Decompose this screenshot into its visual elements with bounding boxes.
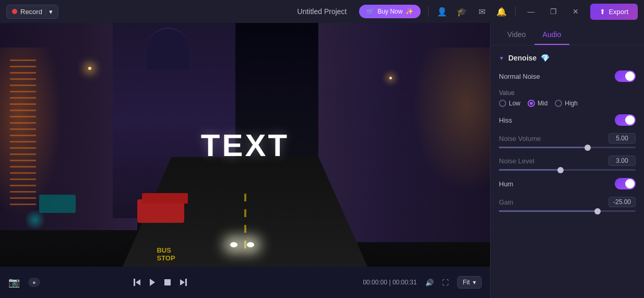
radio-high-circle [555,100,562,107]
title-bar: Record ▾ Untitled Project 🛒 Buy Now ✨ 👤 … [0,0,644,23]
noise-volume-header: Noise Volume 5.00 [499,133,636,144]
radio-low[interactable]: Low [499,100,520,107]
radio-mid-inner [530,102,533,105]
noise-volume-label: Noise Volume [499,135,541,142]
value-section: Value Low Mid High [499,89,636,107]
skip-back-icon [134,279,140,286]
gain-header: Gain -25.00 [499,197,636,207]
normal-noise-toggle[interactable] [615,70,636,82]
mail-icon[interactable]: ✉ [475,5,488,18]
denoise-section-header[interactable]: ▼ Denoise 💎 [499,54,636,62]
gain-fill [499,210,598,212]
radio-low-circle [499,100,506,107]
bus-top [142,193,188,204]
video-area: BUSSTOP TEXT 📷 ● [0,23,490,298]
hiss-row: Hiss [499,114,636,126]
video-container: BUSSTOP TEXT [0,23,490,267]
total-time: 00:00:31 [392,279,417,286]
panel-tabs: Video Audio [491,23,644,45]
video-preview: BUSSTOP TEXT [0,23,490,267]
title-bar-left: Record ▾ [6,5,58,19]
skip-fwd-icon [180,279,187,286]
hiss-label: Hiss [499,116,512,124]
section-arrow-icon: ▼ [499,55,504,61]
record-label: Record [20,8,42,16]
hum-toggle[interactable] [615,178,636,189]
skip-back-button[interactable] [132,277,142,288]
export-icon: ⬆ [600,8,605,16]
hum-label: Hum [499,180,513,188]
minimize-button[interactable]: — [523,5,539,18]
glow-right [412,47,490,194]
maximize-button[interactable]: ❐ [546,5,561,18]
headlight-right [247,242,254,247]
separator-1 [428,6,428,17]
radio-low-label: Low [509,100,520,107]
play-button[interactable] [148,277,157,288]
radio-mid[interactable]: Mid [528,100,547,107]
radio-high[interactable]: High [555,100,578,107]
value-label: Value [499,89,636,97]
scene: BUSSTOP TEXT [0,23,490,267]
hiss-toggle[interactable] [615,114,636,126]
main-content: BUSSTOP TEXT 📷 ● [0,23,644,298]
cart-icon: 🛒 [366,8,374,15]
separator-2 [515,6,516,17]
normal-noise-label: Normal Noise [499,73,540,80]
gain-label: Gain [499,198,513,206]
screenshot-button[interactable]: 📷 [8,277,20,288]
time-badge: ● [28,278,40,287]
sparkle-icon: ✨ [406,8,413,15]
radio-mid-circle [528,100,535,107]
noise-level-fill [499,169,560,171]
gain-row: Gain -25.00 [499,197,636,212]
buy-now-button[interactable]: 🛒 Buy Now ✨ [359,5,421,18]
gain-value[interactable]: -25.00 [609,197,636,207]
bell-icon[interactable]: 🔔 [495,5,508,18]
close-button[interactable]: ✕ [568,5,583,18]
user-icon[interactable]: 👤 [436,5,448,18]
skip-fwd-bar-icon [185,279,187,286]
play-icon [150,279,155,286]
normal-noise-knob [625,71,635,81]
noise-volume-track[interactable] [499,147,636,148]
fit-chevron-icon: ▾ [473,279,476,286]
noise-level-row: Noise Level 3.00 [499,156,636,171]
noise-volume-value[interactable]: 5.00 [609,133,636,144]
gain-track[interactable] [499,210,636,212]
hum-row: Hum [499,178,636,189]
tab-audio[interactable]: Audio [534,23,570,45]
export-button[interactable]: ⬆ Export [590,4,638,20]
hum-knob [625,179,635,188]
noise-volume-row: Noise Volume 5.00 [499,133,636,148]
car-headlights [230,242,254,247]
tab-video[interactable]: Video [499,23,534,45]
fit-selector[interactable]: Fit ▾ [457,276,482,289]
playback-controls [132,277,189,288]
denoise-title: Denoise [508,54,536,62]
stop-button[interactable] [162,277,173,288]
bus-stop-sign: BUSSTOP [157,246,175,262]
hat-icon[interactable]: 🎓 [456,5,468,18]
value-radio-group: Low Mid High [499,100,636,107]
radio-mid-label: Mid [538,100,547,107]
noise-level-value[interactable]: 3.00 [609,156,636,166]
buy-now-label: Buy Now [377,8,402,15]
gain-thumb[interactable] [594,208,601,214]
noise-level-thumb[interactable] [557,167,564,173]
skip-forward-button[interactable] [178,277,189,288]
fullscreen-button[interactable]: ⛶ [442,279,449,287]
radio-high-label: High [565,100,578,107]
noise-level-track[interactable] [499,169,636,171]
skip-fwd-triangle-icon [180,279,185,285]
record-dropdown-arrow[interactable]: ▾ [45,8,53,16]
right-panel: Video Audio ▼ Denoise 💎 Normal Noise Val… [490,23,644,298]
noise-volume-fill [499,147,588,148]
normal-noise-row: Normal Noise [499,70,636,82]
noise-volume-thumb[interactable] [585,145,591,151]
record-dot [12,9,17,14]
skip-triangle-back-icon [136,279,140,285]
volume-button[interactable]: 🔊 [425,279,434,287]
record-button[interactable]: Record ▾ [6,5,58,19]
teal-glow [25,209,45,230]
